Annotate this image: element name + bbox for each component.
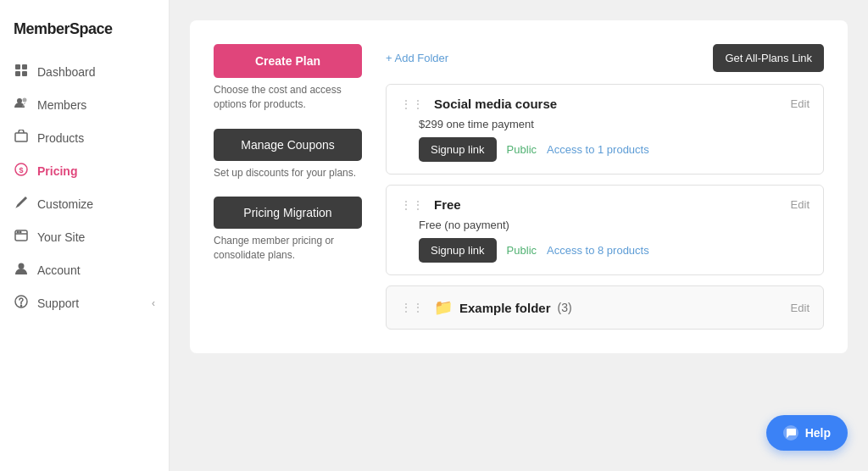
main-content: Create Plan Choose the cost and access o… <box>170 0 868 471</box>
products-icon <box>14 130 29 146</box>
sidebar: MemberSpace Dashboard Members Products $… <box>0 0 170 471</box>
manage-coupons-button[interactable]: Manage Coupons <box>214 129 362 161</box>
signup-link-button-free[interactable]: Signup link <box>419 238 497 263</box>
content-card: Create Plan Choose the cost and access o… <box>190 20 848 353</box>
svg-point-12 <box>19 263 25 269</box>
plan-actions: Signup link Public Access to 1 products <box>400 137 810 162</box>
svg-rect-0 <box>15 64 20 69</box>
svg-rect-6 <box>15 133 27 141</box>
svg-point-10 <box>17 231 19 233</box>
your-site-icon <box>14 229 29 245</box>
chevron-left-icon: ‹ <box>152 297 155 309</box>
support-icon <box>14 295 29 311</box>
plan-price-free: Free (no payment) <box>400 219 810 231</box>
public-link-free[interactable]: Public <box>507 244 537 257</box>
public-link[interactable]: Public <box>507 143 537 156</box>
folder-name: Example folder <box>459 301 551 315</box>
pricing-icon: $ <box>14 163 29 179</box>
help-label: Help <box>805 426 831 440</box>
access-products-link[interactable]: Access to 1 products <box>547 143 649 156</box>
folder-left: ⋮⋮ 📁 Example folder (3) <box>400 298 572 317</box>
svg-rect-2 <box>15 71 20 76</box>
access-products-link-free[interactable]: Access to 8 products <box>547 244 649 257</box>
products-label: Products <box>37 131 84 145</box>
customize-icon <box>14 196 29 212</box>
plan-title-row-free: ⋮⋮ Free <box>400 197 461 212</box>
sidebar-item-customize[interactable]: Customize <box>0 187 169 220</box>
pricing-label: Pricing <box>37 164 77 178</box>
plan-card-free: ⋮⋮ Free Edit Free (no payment) Signup li… <box>386 185 824 275</box>
help-button[interactable]: Help <box>766 415 848 451</box>
svg-rect-1 <box>22 64 27 69</box>
pricing-migration-desc: Change member pricing or consolidate pla… <box>214 234 362 263</box>
support-label: Support <box>37 296 79 310</box>
svg-point-14 <box>20 305 21 306</box>
manage-coupons-desc: Set up discounts for your plans. <box>214 166 362 180</box>
drag-handle-icon[interactable]: ⋮⋮ <box>400 97 424 111</box>
sidebar-item-members[interactable]: Members <box>0 88 169 121</box>
left-panel: Create Plan Choose the cost and access o… <box>214 44 362 330</box>
plan-title: Social media course <box>434 97 557 111</box>
plan-edit-link-free[interactable]: Edit <box>791 198 810 211</box>
plan-card-header-free: ⋮⋮ Free Edit <box>400 197 810 212</box>
svg-point-11 <box>19 231 21 233</box>
svg-rect-3 <box>22 71 27 76</box>
plan-price: $299 one time payment <box>400 118 810 130</box>
help-chat-icon <box>783 425 798 441</box>
signup-link-button[interactable]: Signup link <box>419 137 497 162</box>
sidebar-item-products[interactable]: Products <box>0 121 169 154</box>
svg-point-5 <box>23 98 27 103</box>
sidebar-item-dashboard[interactable]: Dashboard <box>0 55 169 88</box>
folder-count: (3) <box>558 301 572 314</box>
right-header: + Add Folder Get All-Plans Link <box>386 44 824 72</box>
plan-actions-free: Signup link Public Access to 8 products <box>400 238 810 263</box>
sidebar-item-pricing[interactable]: $ Pricing <box>0 154 169 187</box>
right-panel: + Add Folder Get All-Plans Link ⋮⋮ Socia… <box>386 44 824 330</box>
your-site-label: Your Site <box>37 230 85 244</box>
folder-edit-link[interactable]: Edit <box>791 302 810 314</box>
account-label: Account <box>37 263 81 277</box>
dashboard-label: Dashboard <box>37 65 96 79</box>
get-all-plans-button[interactable]: Get All-Plans Link <box>713 44 824 72</box>
sidebar-item-your-site[interactable]: Your Site <box>0 220 169 253</box>
account-icon <box>14 262 29 278</box>
folder-card: ⋮⋮ 📁 Example folder (3) Edit <box>386 285 824 330</box>
add-folder-link[interactable]: + Add Folder <box>386 52 448 64</box>
sidebar-item-account[interactable]: Account <box>0 253 169 286</box>
svg-text:$: $ <box>19 166 23 175</box>
sidebar-item-support[interactable]: Support ‹ <box>0 286 169 319</box>
members-label: Members <box>37 98 86 112</box>
plan-title-free: Free <box>434 197 461 212</box>
members-icon <box>14 97 29 113</box>
plan-card-social-media: ⋮⋮ Social media course Edit $299 one tim… <box>386 84 824 175</box>
plan-edit-link[interactable]: Edit <box>791 97 810 110</box>
pricing-migration-button[interactable]: Pricing Migration <box>214 197 362 229</box>
drag-handle-free-icon[interactable]: ⋮⋮ <box>400 198 424 212</box>
folder-icon: 📁 <box>434 298 453 317</box>
plan-title-row: ⋮⋮ Social media course <box>400 97 557 111</box>
customize-label: Customize <box>37 197 93 211</box>
drag-handle-folder-icon[interactable]: ⋮⋮ <box>400 301 424 314</box>
create-plan-desc: Choose the cost and access options for p… <box>214 83 362 112</box>
create-plan-button[interactable]: Create Plan <box>214 44 362 78</box>
app-logo: MemberSpace <box>0 14 169 55</box>
dashboard-icon <box>14 64 29 80</box>
plan-card-header: ⋮⋮ Social media course Edit <box>400 97 810 111</box>
